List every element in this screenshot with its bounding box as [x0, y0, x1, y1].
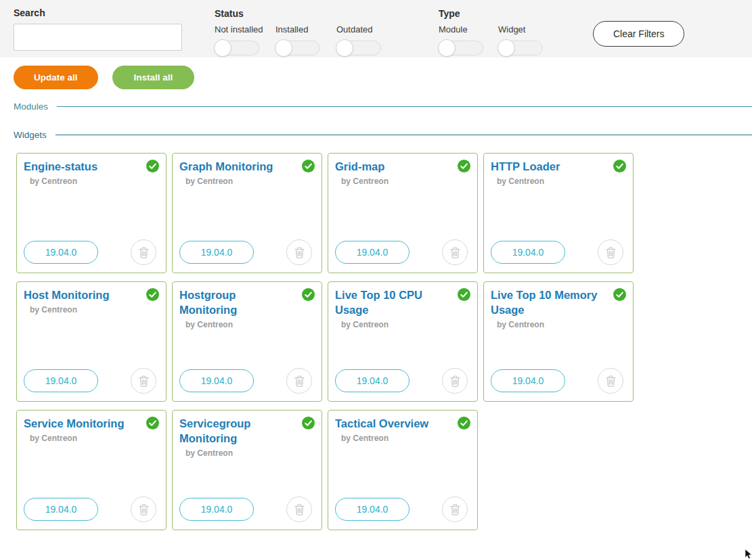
- trash-icon: [294, 503, 305, 516]
- toggle-label: Installed: [275, 24, 336, 34]
- extension-card[interactable]: Grid-map by Centreon 19.04.0: [328, 153, 478, 273]
- delete-button[interactable]: [286, 239, 312, 265]
- extensions-section: Widgets Engine-status by Centreon 19.04.…: [14, 129, 752, 530]
- extension-author: by Centreon: [341, 320, 469, 329]
- toggle-label: Widget: [498, 24, 558, 34]
- installed-check-icon: [302, 417, 315, 429]
- extension-author: by Centreon: [341, 177, 469, 186]
- toggle-label: Outdated: [336, 24, 397, 34]
- installed-check-icon: [458, 288, 470, 301]
- extension-author: by Centreon: [30, 177, 158, 186]
- extension-card[interactable]: Graph Monitoring by Centreon 19.04.0: [172, 153, 322, 273]
- extension-author: by Centreon: [497, 177, 625, 186]
- installed-check-icon: [458, 417, 470, 429]
- toggle-knob[interactable]: [438, 39, 456, 57]
- toggle-knob[interactable]: [497, 39, 515, 57]
- search-label: Search: [14, 7, 45, 18]
- section-title: Widgets: [14, 130, 47, 140]
- toggle-label: Module: [439, 24, 498, 34]
- delete-button[interactable]: [442, 239, 468, 265]
- search-input[interactable]: [14, 24, 182, 51]
- filter-toggle: Widget: [498, 24, 558, 55]
- trash-icon: [605, 246, 617, 259]
- type-toggle-group: Module Widget: [439, 24, 558, 55]
- extension-author: by Centreon: [30, 305, 158, 314]
- status-toggle-group: Not installed Installed Outdated: [215, 24, 397, 55]
- toggle-switch[interactable]: [336, 41, 381, 55]
- extension-name: Live Top 10 CPU Usage: [335, 288, 469, 318]
- toggle-knob[interactable]: [336, 39, 353, 57]
- extension-card[interactable]: Engine-status by Centreon 19.04.0: [16, 153, 167, 273]
- extension-card[interactable]: Host Monitoring by Centreon 19.04.0: [16, 281, 167, 402]
- section-divider: [57, 106, 752, 107]
- extension-card[interactable]: Live Top 10 CPU Usage by Centreon 19.04.…: [328, 281, 478, 402]
- delete-button[interactable]: [131, 368, 156, 394]
- toggle-knob[interactable]: [275, 39, 292, 57]
- install-all-button[interactable]: Install all: [112, 66, 195, 89]
- installed-check-icon: [146, 288, 159, 301]
- version-button[interactable]: 19.04.0: [335, 498, 410, 521]
- version-button[interactable]: 19.04.0: [335, 369, 410, 392]
- version-button[interactable]: 19.04.0: [491, 241, 565, 264]
- update-all-button[interactable]: Update all: [14, 66, 98, 89]
- extension-name: HTTP Loader: [491, 160, 625, 174]
- delete-button[interactable]: [598, 368, 623, 394]
- extension-card[interactable]: Service Monitoring by Centreon 19.04.0: [16, 410, 167, 530]
- main-content: Update all Install all Modules Widgets E…: [0, 57, 752, 530]
- extension-card[interactable]: Tactical Overview by Centreon 19.04.0: [328, 410, 478, 530]
- installed-check-icon: [458, 160, 470, 172]
- version-button[interactable]: 19.04.0: [179, 498, 254, 521]
- toggle-switch[interactable]: [498, 41, 543, 55]
- version-button[interactable]: 19.04.0: [335, 241, 410, 264]
- section-title: Modules: [14, 101, 48, 112]
- filter-toggle: Module: [439, 24, 498, 55]
- bulk-actions: Update all Install all: [14, 66, 752, 89]
- toggle-switch[interactable]: [275, 41, 320, 55]
- extension-name: Engine-status: [24, 160, 158, 174]
- type-filter-label: Type: [439, 8, 460, 19]
- toggle-switch[interactable]: [215, 41, 259, 55]
- installed-check-icon: [613, 288, 626, 301]
- installed-check-icon: [613, 160, 626, 172]
- trash-icon: [138, 375, 150, 388]
- extension-name: Grid-map: [335, 160, 469, 174]
- delete-button[interactable]: [442, 496, 468, 522]
- installed-check-icon: [302, 288, 315, 301]
- extension-card[interactable]: HTTP Loader by Centreon 19.04.0: [483, 153, 634, 273]
- mouse-cursor: [745, 549, 752, 560]
- extension-author: by Centreon: [185, 320, 313, 329]
- card-grid: Engine-status by Centreon 19.04.0: [16, 153, 640, 530]
- delete-button[interactable]: [131, 496, 156, 522]
- trash-icon: [449, 375, 461, 388]
- extension-card[interactable]: Live Top 10 Memory Usage by Centreon 19.…: [483, 281, 634, 402]
- version-button[interactable]: 19.04.0: [179, 369, 254, 392]
- trash-icon: [294, 375, 305, 388]
- delete-button[interactable]: [131, 239, 156, 265]
- version-button[interactable]: 19.04.0: [179, 241, 254, 264]
- extension-name: Tactical Overview: [335, 417, 469, 431]
- delete-button[interactable]: [442, 368, 468, 394]
- delete-button[interactable]: [598, 239, 623, 265]
- extension-author: by Centreon: [497, 320, 625, 329]
- version-button[interactable]: 19.04.0: [24, 241, 98, 264]
- installed-check-icon: [146, 160, 159, 172]
- toggle-knob[interactable]: [214, 39, 231, 57]
- trash-icon: [138, 246, 150, 259]
- extension-name: Hostgroup Monitoring: [179, 288, 313, 318]
- delete-button[interactable]: [286, 368, 312, 394]
- trash-icon: [449, 503, 461, 516]
- extension-name: Servicegroup Monitoring: [179, 417, 313, 446]
- version-button[interactable]: 19.04.0: [491, 369, 565, 392]
- toggle-switch[interactable]: [439, 41, 483, 55]
- clear-filters-button[interactable]: Clear Filters: [593, 21, 684, 47]
- installed-check-icon: [302, 160, 315, 172]
- installed-check-icon: [146, 417, 159, 429]
- trash-icon: [294, 246, 305, 259]
- version-button[interactable]: 19.04.0: [24, 498, 98, 521]
- extension-card[interactable]: Hostgroup Monitoring by Centreon 19.04.0: [172, 281, 322, 402]
- delete-button[interactable]: [286, 496, 312, 522]
- extension-name: Live Top 10 Memory Usage: [491, 288, 625, 318]
- sections: Modules Widgets Engine-status by Centreo…: [14, 100, 752, 530]
- version-button[interactable]: 19.04.0: [24, 369, 98, 392]
- extension-card[interactable]: Servicegroup Monitoring by Centreon 19.0…: [172, 410, 322, 530]
